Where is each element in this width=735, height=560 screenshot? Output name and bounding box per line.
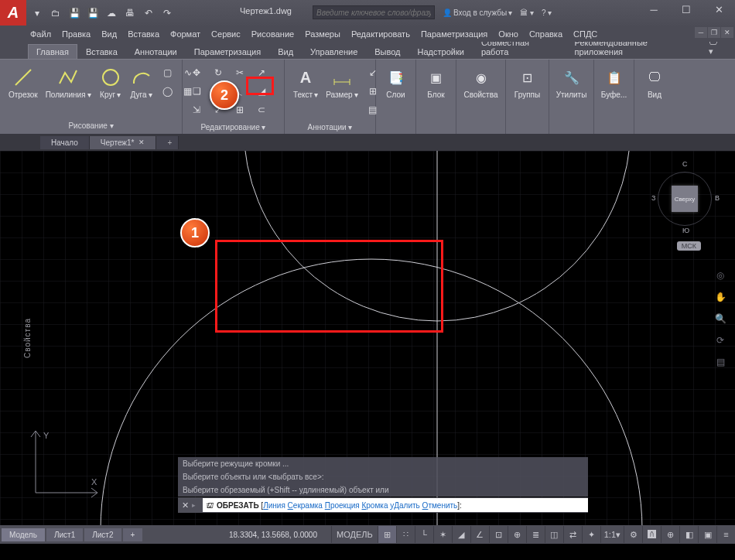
tool-dimension[interactable]: Размер ▾ <box>323 64 360 101</box>
viewcube-top-face[interactable]: Сверху <box>672 186 698 212</box>
qat-save-icon[interactable]: 💾 <box>67 5 82 21</box>
viewcube-west[interactable]: З <box>651 194 655 202</box>
viewcube-south[interactable]: Ю <box>682 227 689 234</box>
drawing-canvas[interactable]: Свойства Сверху С Ю В З МСК ◎ ✋ 🔍 ⟳ ▤ Y … <box>0 151 735 525</box>
qat-print-icon[interactable]: 🖶 <box>122 5 138 21</box>
help-icon[interactable]: ? ▾ <box>538 4 555 21</box>
tool-block[interactable]: ▣Блок <box>422 64 450 101</box>
menu-modify[interactable]: Редактировать <box>346 28 415 40</box>
tool-rotate-icon[interactable]: ↻ <box>209 64 227 81</box>
status-ws-icon[interactable]: ⊕ <box>661 526 679 543</box>
menu-file[interactable]: Файл <box>25 28 56 40</box>
status-grid-icon[interactable]: ⊞ <box>378 526 396 543</box>
tool-polyline[interactable]: Полилиния ▾ <box>43 64 94 101</box>
menu-draw[interactable]: Рисование <box>246 28 299 40</box>
tool-copy-icon[interactable]: ❏ <box>187 83 206 100</box>
layout-tab-model[interactable]: Модель <box>2 528 45 541</box>
status-gear-icon[interactable]: ⚙ <box>624 526 642 543</box>
doc-close-button[interactable]: ✕ <box>721 27 733 38</box>
ribbon-tab-view[interactable]: Вид <box>269 44 302 59</box>
status-lwt-icon[interactable]: ≣ <box>526 526 545 543</box>
ribbon-tab-output[interactable]: Вывод <box>366 44 409 59</box>
cmd-grip-icon[interactable]: ▸ <box>192 501 203 509</box>
viewcube-east[interactable]: В <box>715 194 720 202</box>
status-dyn-icon[interactable]: ⊕ <box>508 526 526 543</box>
status-osnap-icon[interactable]: ∠ <box>470 526 489 543</box>
nav-zoom-icon[interactable]: 🔍 <box>712 310 729 327</box>
viewcube[interactable]: Сверху С Ю В З <box>650 160 720 237</box>
status-mode[interactable]: МОДЕЛЬ <box>331 526 378 543</box>
tool-arc[interactable]: Дуга ▾ <box>128 64 156 101</box>
cmd-close-icon[interactable]: ✕ <box>178 500 192 510</box>
nav-fullnav-icon[interactable]: ◎ <box>712 267 729 284</box>
status-3dosnap-icon[interactable]: ✦ <box>582 526 600 543</box>
status-cycle-icon[interactable]: ⇄ <box>563 526 582 543</box>
ribbon-tab-addins[interactable]: Надстройки <box>409 44 473 59</box>
minimize-button[interactable]: ─ <box>638 0 670 19</box>
app-logo[interactable]: A <box>0 0 26 26</box>
close-button[interactable]: ✕ <box>703 0 735 19</box>
ribbon-tab-parametric[interactable]: Параметризация <box>186 44 269 59</box>
menu-dimension[interactable]: Размеры <box>299 28 346 40</box>
tool-extend-icon[interactable]: ↗ <box>252 64 271 81</box>
tool-trim-icon[interactable]: ✂ <box>231 64 249 81</box>
tool-text[interactable]: AТекст ▾ <box>291 64 320 101</box>
qat-saveas-icon[interactable]: 💾 <box>85 5 101 21</box>
doc-restore-button[interactable]: ❐ <box>708 27 720 38</box>
qat-cloud-icon[interactable]: ☁ <box>104 5 119 21</box>
nav-pan-icon[interactable]: ✋ <box>712 289 729 306</box>
status-scale[interactable]: 1:1 ▾ <box>600 526 624 543</box>
exchange-icon[interactable]: 🏛 ▾ <box>517 4 537 21</box>
file-tab-add[interactable]: + <box>156 136 179 149</box>
tool-chamfer-icon[interactable]: ◢ <box>252 83 271 100</box>
layout-tab-sheet1[interactable]: Лист1 <box>46 528 83 541</box>
status-ortho-icon[interactable]: └ <box>415 526 433 543</box>
status-custom-icon[interactable]: ≡ <box>716 526 735 543</box>
menu-view[interactable]: Вид <box>96 28 122 40</box>
status-monitor-icon[interactable]: ◧ <box>679 526 698 543</box>
qat-redo-icon[interactable]: ↷ <box>159 5 175 21</box>
menu-tools[interactable]: Сервис <box>206 28 246 40</box>
tool-view[interactable]: 🖵Вид <box>641 64 668 101</box>
viewcube-north[interactable]: С <box>682 160 688 168</box>
file-tab-drawing[interactable]: Чертеж1*✕ <box>90 136 157 149</box>
menu-insert[interactable]: Вставка <box>122 28 165 40</box>
tab-close-icon[interactable]: ✕ <box>138 138 145 146</box>
command-input[interactable]: 🖅 ОБРЕЗАТЬ [Линия Секрамка Проекция Кром… <box>203 498 588 512</box>
status-iso-icon[interactable]: ◢ <box>452 526 470 543</box>
ribbon-tab-home[interactable]: Главная <box>28 44 77 59</box>
doc-minimize-button[interactable]: ─ <box>695 27 707 38</box>
menu-window[interactable]: Окно <box>493 28 524 40</box>
layout-tab-add[interactable]: + <box>123 528 143 541</box>
menu-edit[interactable]: Правка <box>56 28 96 40</box>
properties-palette-tab[interactable]: Свойства <box>23 318 32 358</box>
status-transp-icon[interactable]: ◫ <box>545 526 563 543</box>
tool-utilities[interactable]: 🔧Утилиты <box>554 64 590 101</box>
panel-title-annot[interactable]: Аннотации ▾ <box>286 121 374 132</box>
menu-format[interactable]: Формат <box>165 28 206 40</box>
tool-rectangle-icon[interactable]: ▢ <box>159 64 177 81</box>
tool-stretch-icon[interactable]: ⇲ <box>187 101 206 118</box>
status-clean-icon[interactable]: ▣ <box>698 526 716 543</box>
ribbon-tab-insert[interactable]: Вставка <box>77 44 126 59</box>
qat-undo-icon[interactable]: ↶ <box>141 5 156 21</box>
status-annoscale-icon[interactable]: 🅰 <box>642 526 661 543</box>
menu-spds[interactable]: СПДС <box>568 28 603 40</box>
status-snap-icon[interactable]: ∷ <box>396 526 415 543</box>
coordinate-system-badge[interactable]: МСК <box>677 241 701 251</box>
tool-line[interactable]: Отрезок <box>6 64 40 101</box>
nav-showmotion-icon[interactable]: ▤ <box>712 353 729 370</box>
tool-offset-icon[interactable]: ⊂ <box>252 101 271 118</box>
tool-move-icon[interactable]: ✥ <box>187 64 206 81</box>
file-tab-start[interactable]: Начало <box>40 136 90 149</box>
ribbon-tab-annotate[interactable]: Аннотации <box>126 44 186 59</box>
panel-title-modify[interactable]: Редактирование ▾ <box>184 121 282 132</box>
maximize-button[interactable]: ☐ <box>670 0 703 19</box>
tool-clipboard[interactable]: 📋Буфе... <box>599 64 629 101</box>
qat-open-icon[interactable]: 🗀 <box>48 5 63 21</box>
panel-title-draw[interactable]: Рисование ▾ <box>2 118 180 132</box>
tool-layers[interactable]: 📑Слои <box>382 64 410 101</box>
menu-parametric[interactable]: Параметризация <box>415 28 493 40</box>
layout-tab-sheet2[interactable]: Лист2 <box>84 528 121 541</box>
tool-circle[interactable]: Круг ▾ <box>97 64 125 101</box>
